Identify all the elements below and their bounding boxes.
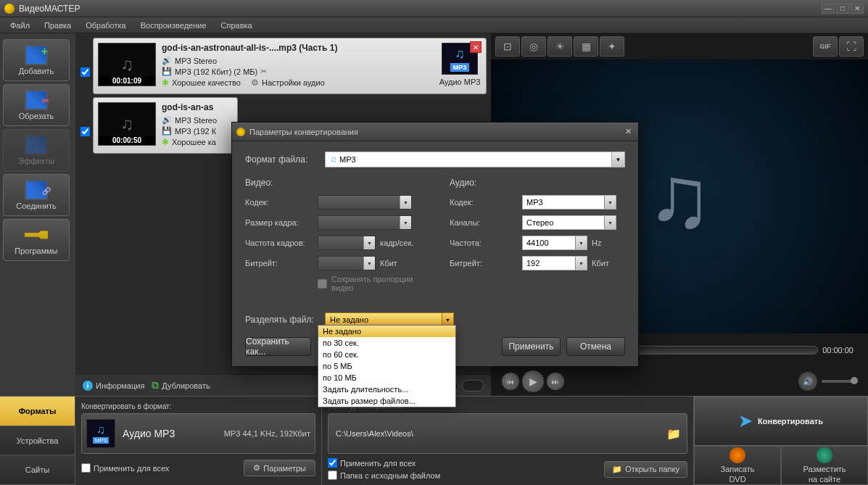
- next-button[interactable]: ⏭: [546, 372, 565, 391]
- preview-toolbar: ⊡ ◎ ☀ ▦ ✦ GIF ⛶: [491, 33, 868, 59]
- format-selector[interactable]: ♫MP3 Аудио MP3 MP3 44,1 KHz, 192Кбит: [81, 413, 315, 454]
- bitrate-unit: Кбит: [592, 259, 609, 268]
- time-display: 00:00:00: [822, 346, 859, 355]
- brightness-tool[interactable]: ☀: [547, 36, 572, 57]
- duplicate-icon: ⧉: [152, 379, 159, 391]
- video-bitrate-label: Битрейт:: [245, 259, 318, 268]
- tab-devices[interactable]: Устройства: [0, 426, 75, 456]
- chevron-down-icon: ▼: [611, 152, 624, 167]
- bitrate-unit: Кбит: [380, 259, 397, 268]
- file-item[interactable]: ♫ 00:01:09 god-is-an-astronaut-all-is-..…: [93, 38, 487, 94]
- dropdown-option[interactable]: по 10 МБ: [318, 372, 455, 384]
- file-quality: Хорошее ка: [172, 138, 216, 146]
- file-settings[interactable]: Настройки аудио: [262, 78, 325, 87]
- add-icon: [25, 45, 48, 65]
- menu-file[interactable]: Файл: [3, 19, 37, 32]
- close-button[interactable]: ✕: [851, 4, 864, 14]
- menu-process[interactable]: Обработка: [78, 19, 133, 32]
- snapshot-tool[interactable]: ◎: [521, 36, 546, 57]
- duplicate-button[interactable]: ⧉Дублировать: [152, 379, 210, 391]
- burn-dvd-button[interactable]: Записать DVD: [694, 446, 781, 485]
- note-icon: ♫: [96, 423, 105, 436]
- info-icon: i: [83, 381, 93, 391]
- convert-button[interactable]: ➤ Конвертировать: [694, 397, 868, 446]
- remove-file-button[interactable]: ✕: [470, 41, 481, 53]
- sidebar-add-label: Добавить: [19, 67, 54, 75]
- file-name: god-is-an-as: [162, 102, 227, 112]
- format-badge-text: MP3: [450, 63, 470, 72]
- sidebar-effects-label: Эффекты: [18, 157, 54, 165]
- source-folder-checkbox[interactable]: Папка с исходным файлом: [328, 471, 440, 480]
- dialog-titlebar[interactable]: Параметры конвертирования ✕: [232, 123, 638, 141]
- frame-size-combo: ▼: [318, 215, 412, 230]
- channels-combo[interactable]: Стерео▼: [522, 215, 616, 230]
- maximize-button[interactable]: □: [836, 4, 849, 14]
- apply-all-checkbox[interactable]: Применить для всех: [81, 463, 169, 473]
- format-desc2: 44,1 KHz, 192Кбит: [242, 429, 310, 438]
- dropdown-option[interactable]: Задать длительность...: [318, 384, 455, 395]
- sidebar-join[interactable]: Соединить: [3, 174, 70, 216]
- open-folder-button[interactable]: 📁Открыть папку: [604, 461, 687, 478]
- file-codec: MP3 (192 Кбит) (2 МБ): [175, 67, 257, 76]
- dialog-title: Параметры конвертирования: [249, 128, 622, 136]
- dialog-close-button[interactable]: ✕: [622, 127, 634, 137]
- play-button[interactable]: ▶: [521, 370, 545, 393]
- minimize-button[interactable]: —: [822, 4, 835, 14]
- menu-edit[interactable]: Правка: [37, 19, 78, 32]
- star-icon: ✱: [162, 78, 169, 88]
- app-title: ВидеоМАСТЕР: [19, 4, 820, 14]
- folder-icon[interactable]: 📁: [666, 427, 681, 441]
- file-checkbox[interactable]: [80, 67, 90, 77]
- audio-codec-combo[interactable]: MP3▼: [522, 195, 616, 210]
- effects-icon: [25, 135, 48, 155]
- format-badge-label: Аудио MP3: [439, 78, 481, 86]
- menu-playback[interactable]: Воспроизведение: [133, 19, 214, 32]
- sidebar-add[interactable]: Добавить: [3, 39, 70, 81]
- tab-formats[interactable]: Форматы: [0, 397, 75, 426]
- fps-combo: ▼: [318, 236, 376, 250]
- info-button[interactable]: iИнформация: [83, 381, 144, 391]
- sidebar-programs-label: Программы: [15, 246, 57, 255]
- file-item[interactable]: ♫ 00:00:50 god-is-an-as 🔊MP3 Stereo 💾MP3…: [93, 97, 238, 154]
- tab-sites[interactable]: Сайты: [0, 455, 75, 485]
- dropdown-option[interactable]: Не задано: [318, 326, 455, 337]
- file-checkbox[interactable]: [80, 127, 90, 136]
- dropdown-option[interactable]: по 60 сек.: [318, 349, 455, 360]
- volume-slider[interactable]: [822, 380, 858, 383]
- audio-header: Аудио:: [450, 178, 625, 188]
- upload-site-button[interactable]: Разместить на сайте: [781, 446, 868, 485]
- sidebar-cut[interactable]: Обрезать: [3, 84, 70, 126]
- gif-button[interactable]: GIF: [813, 36, 838, 57]
- sidebar-programs[interactable]: Программы: [3, 219, 70, 261]
- crop-tool[interactable]: ⊡: [495, 36, 520, 57]
- actions-section: ➤ Конвертировать Записать DVD Разместить…: [694, 397, 868, 485]
- file-stereo: MP3 Stereo: [175, 116, 217, 125]
- dropdown-option[interactable]: Задать размер файлов...: [318, 395, 455, 407]
- cancel-button[interactable]: Отмена: [566, 337, 625, 356]
- menu-help[interactable]: Справка: [214, 19, 260, 32]
- apply-button[interactable]: Применить: [502, 337, 561, 356]
- music-note-icon: ♫: [120, 54, 133, 75]
- prev-button[interactable]: ⏮: [501, 372, 520, 391]
- volume-icon[interactable]: 🔊: [798, 372, 817, 391]
- file-duration: 00:00:50: [99, 136, 155, 145]
- apply-all-save-checkbox[interactable]: Применить для всех: [328, 458, 440, 468]
- save-as-button[interactable]: Сохранить как...: [245, 337, 311, 356]
- frame-tool[interactable]: ▦: [574, 36, 598, 57]
- gear-icon[interactable]: ⚙: [251, 78, 259, 88]
- speed-tool[interactable]: ✦: [600, 36, 624, 57]
- dropdown-option[interactable]: по 5 МБ: [318, 360, 455, 372]
- sidebar-effects: Эффекты: [3, 129, 70, 171]
- split-dropdown[interactable]: Не задано по 30 сек. по 60 сек. по 5 МБ …: [318, 325, 456, 407]
- save-path[interactable]: C:\Users\Alex\Videos\ 📁: [328, 413, 687, 454]
- audio-bitrate-combo[interactable]: 192▼: [522, 256, 587, 270]
- freq-combo[interactable]: 44100▼: [522, 236, 587, 250]
- file-quality: Хорошее качество: [172, 78, 241, 87]
- fullscreen-button[interactable]: ⛶: [839, 36, 864, 57]
- view-toggle-3[interactable]: [462, 380, 484, 391]
- key-icon: [25, 225, 48, 245]
- dropdown-option[interactable]: по 30 сек.: [318, 337, 455, 349]
- params-button[interactable]: ⚙Параметры: [244, 460, 315, 476]
- scissors-icon[interactable]: ✂: [260, 67, 267, 76]
- file-format-combo[interactable]: ♫ MP3 ▼: [325, 152, 625, 167]
